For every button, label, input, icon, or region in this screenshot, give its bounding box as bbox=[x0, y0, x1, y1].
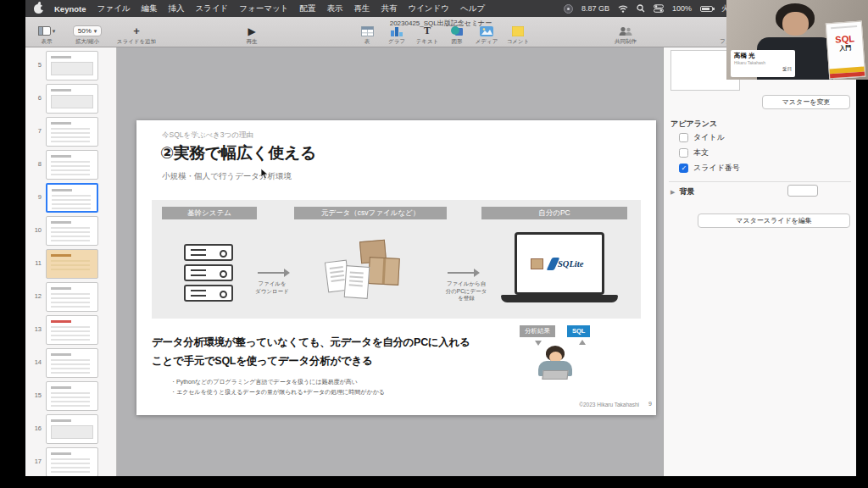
slide-bullet-2: ・エクセルを使うと扱えるデータの量が限られる+データの処理に時間がかかる bbox=[170, 388, 385, 396]
search-icon[interactable] bbox=[637, 4, 645, 13]
person-icon bbox=[542, 346, 579, 383]
arrow-right-icon bbox=[258, 272, 285, 274]
comment-button[interactable]: コメント bbox=[502, 25, 534, 46]
slide-thumbnail-6[interactable] bbox=[46, 84, 98, 114]
menu-file[interactable]: ファイル bbox=[97, 3, 130, 14]
insert-chart-button[interactable]: グラフ bbox=[383, 25, 410, 46]
disclosure-triangle-icon[interactable]: ▶ bbox=[670, 189, 675, 196]
menu-insert[interactable]: 挿入 bbox=[168, 3, 184, 14]
body-checkbox[interactable] bbox=[679, 148, 688, 158]
slide-thumbnail-16[interactable] bbox=[46, 414, 98, 444]
slide-row: 8 bbox=[25, 149, 116, 182]
presenter-name-card: 高橋 光 Hikaru Takahash 受日 bbox=[731, 50, 795, 77]
view-button[interactable]: ▾ 表示 bbox=[31, 25, 63, 46]
shapes-icon bbox=[450, 25, 464, 36]
arrow-down-icon bbox=[535, 341, 542, 346]
files-and-boxes-icon bbox=[325, 239, 406, 317]
menu-status-area: 8.87 GB 100% 火 bbox=[564, 0, 729, 17]
add-slide-button[interactable]: + スライドを追加 bbox=[114, 25, 159, 46]
menu-play[interactable]: 再生 bbox=[353, 3, 370, 14]
slide-thumbnail-13[interactable] bbox=[46, 315, 98, 345]
data-box-icon bbox=[531, 258, 543, 269]
menu-window[interactable]: ウインドウ bbox=[408, 3, 449, 14]
edit-master-button[interactable]: マスタースライドを編集 bbox=[698, 214, 850, 228]
slide-canvas-area: 今SQLを学ぶべき3つの理由 ②実務で幅広く使える 小規模・個人で行うデータ分析… bbox=[118, 47, 663, 476]
slide-row: 10 bbox=[25, 215, 116, 248]
title-checkbox[interactable] bbox=[679, 133, 688, 142]
chart-icon bbox=[390, 25, 403, 36]
collaborate-button[interactable]: 共同制作 bbox=[607, 25, 644, 46]
slide-kicker[interactable]: 今SQLを学ぶべき3つの理由 bbox=[162, 130, 253, 141]
control-center-icon[interactable] bbox=[654, 4, 664, 13]
format-inspector: マスターを変更 アピアランス タイトル 本文 スライド番号 ▶ 背景 マスタース… bbox=[663, 47, 856, 476]
slide-row: 17 bbox=[25, 446, 116, 476]
menu-arrange[interactable]: 配置 bbox=[299, 3, 315, 14]
insert-table-button[interactable]: 表 bbox=[354, 25, 380, 46]
slide-thumbnail-7[interactable] bbox=[46, 117, 98, 147]
cpu-status: 100% bbox=[672, 4, 692, 13]
body-checkbox-row[interactable]: 本文 bbox=[679, 147, 709, 158]
diagram-header-source-data[interactable]: 元データ（csvファイルなど） bbox=[294, 207, 447, 219]
slide-thumbnail-10[interactable] bbox=[46, 216, 98, 246]
slide-message-line2[interactable]: ことで手元でSQLを使ってデータ分析ができる bbox=[152, 354, 372, 369]
menu-slide[interactable]: スライド bbox=[195, 3, 228, 14]
slide-thumbnail-15[interactable] bbox=[46, 381, 98, 411]
menu-format[interactable]: フォーマット bbox=[239, 3, 288, 14]
menu-view[interactable]: 表示 bbox=[326, 3, 342, 14]
title-checkbox-row[interactable]: タイトル bbox=[679, 132, 725, 143]
slide-thumbnail-5[interactable] bbox=[46, 51, 98, 80]
comment-icon bbox=[512, 26, 524, 36]
menu-edit[interactable]: 編集 bbox=[141, 3, 157, 14]
slide-thumbnail-14[interactable] bbox=[46, 348, 98, 378]
diagram-header-own-pc[interactable]: 自分のPC bbox=[481, 207, 627, 219]
slide-page-number: 9 bbox=[648, 401, 652, 407]
slide-number-checkbox[interactable] bbox=[679, 164, 688, 173]
analysis-result-badge: 分析結果 bbox=[520, 325, 555, 337]
status-icon[interactable] bbox=[564, 4, 573, 14]
laptop-icon: SQLite bbox=[501, 232, 620, 303]
slide-row: 15 bbox=[25, 380, 116, 413]
slide-row: 5 bbox=[25, 50, 116, 83]
insert-text-button[interactable]: T テキスト bbox=[412, 25, 442, 46]
slide-row: 13 bbox=[25, 314, 116, 347]
menu-help[interactable]: ヘルプ bbox=[460, 3, 485, 14]
sql-badge: SQL bbox=[567, 325, 590, 337]
slide-number-checkbox-row[interactable]: スライド番号 bbox=[679, 163, 740, 174]
change-master-button[interactable]: マスターを変更 bbox=[762, 95, 850, 109]
slide-thumbnail-8[interactable] bbox=[46, 150, 98, 180]
book-subtitle: 入門 bbox=[828, 43, 864, 54]
arrow1-caption: ファイルを ダウンロード bbox=[250, 280, 294, 295]
slide-thumbnail-9-selected[interactable] bbox=[46, 183, 98, 213]
background-color-well[interactable] bbox=[787, 185, 818, 197]
wifi-icon[interactable] bbox=[618, 4, 628, 13]
slide-row: 9 bbox=[25, 182, 116, 215]
appearance-heading: アピアランス bbox=[670, 119, 717, 130]
app-menu[interactable]: Keynote bbox=[54, 4, 86, 14]
slide-row: 16 bbox=[25, 413, 116, 446]
slide-thumbnail-12[interactable] bbox=[46, 282, 98, 312]
text-icon: T bbox=[424, 25, 431, 37]
slide-thumbnail-17[interactable] bbox=[46, 447, 98, 476]
slide-thumbnail-11[interactable] bbox=[46, 249, 98, 279]
battery-icon[interactable] bbox=[700, 6, 713, 12]
apple-menu-icon[interactable] bbox=[34, 4, 43, 14]
slide-title[interactable]: ②実務で幅広く使える bbox=[160, 142, 316, 164]
table-icon bbox=[361, 26, 374, 36]
arrow2-caption: ファイルから自 分のPCにデータ を登録 bbox=[443, 280, 489, 302]
background-section-row[interactable]: ▶ 背景 bbox=[670, 186, 694, 197]
chevron-down-icon: ▾ bbox=[94, 28, 97, 35]
book-cover-band bbox=[830, 67, 865, 75]
insert-media-button[interactable]: メディア bbox=[471, 25, 502, 46]
chevron-down-icon: ▾ bbox=[53, 28, 56, 35]
diagram-header-system[interactable]: 基幹システム bbox=[162, 207, 257, 219]
play-button[interactable]: ▶ 再生 bbox=[239, 25, 264, 46]
insert-shape-button[interactable]: 図形 bbox=[444, 25, 470, 46]
play-icon: ▶ bbox=[248, 25, 255, 37]
menu-share[interactable]: 共有 bbox=[381, 3, 397, 14]
zoom-button[interactable]: 50%▾ 拡大/縮小 bbox=[66, 25, 108, 46]
current-slide[interactable]: 今SQLを学ぶべき3つの理由 ②実務で幅広く使える 小規模・個人で行うデータ分析… bbox=[136, 120, 656, 415]
slide-subtitle[interactable]: 小規模・個人で行うデータ分析環境 bbox=[162, 171, 292, 182]
slide-navigator: 5 6 7 8 9 10 11 12 13 14 15 16 17 bbox=[25, 47, 117, 476]
slide-row: 7 bbox=[25, 116, 116, 149]
slide-message-line1[interactable]: データ分析環境が整っていなくても、元データを自分のPCに入れる bbox=[152, 336, 470, 350]
